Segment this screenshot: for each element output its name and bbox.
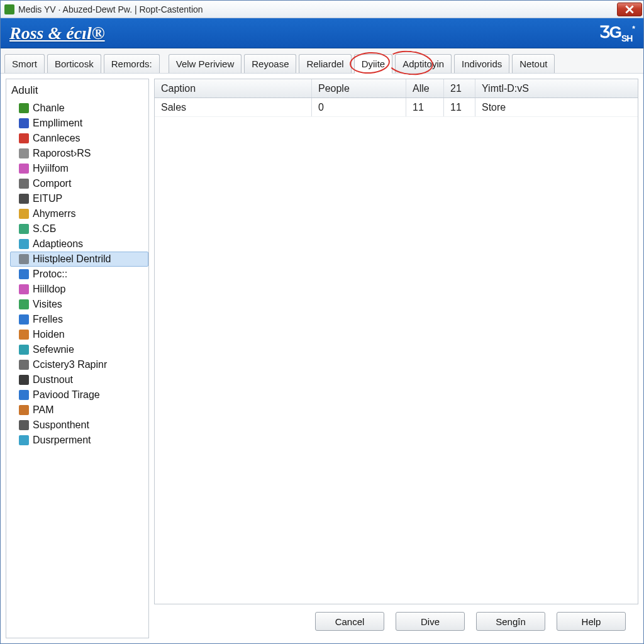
sidebar-item[interactable]: PAM (10, 402, 148, 418)
main-area: Caption People Alle 21 Yimtl-D:vS Sales0… (154, 79, 638, 638)
cancel-button[interactable]: Cancel (315, 612, 384, 631)
cell: Sales (155, 98, 312, 116)
sidebar-item-icon (19, 299, 29, 309)
cell: 11 (406, 98, 444, 116)
tab-strip: Smort Borticosk Remords: Velw Periview R… (1, 48, 643, 74)
sidebar-item-icon (19, 209, 29, 219)
sidebar-item[interactable]: Protoc:: (10, 267, 148, 282)
sidebar-item-label: Protoc:: (33, 269, 67, 280)
sidebar-item-icon (19, 360, 29, 370)
sidebar-item[interactable]: Adaptieons (10, 236, 148, 252)
data-grid: Caption People Alle 21 Yimtl-D:vS Sales0… (154, 79, 638, 604)
sidebar-item-label: Comport (33, 178, 71, 189)
col-yimtl[interactable]: Yimtl-D:vS (475, 79, 638, 97)
app-icon (4, 4, 14, 14)
brand-name: Ross & écıl® (9, 23, 105, 43)
sidebar-item[interactable]: Emplliment (10, 116, 148, 131)
sidebar-item-icon (19, 133, 29, 143)
tab-dyiite[interactable]: Dyiite (354, 54, 393, 74)
sidebar-item-label: S.CБ (33, 223, 56, 235)
titlebar: Medis YV · Abuzed-Dewt Pw. | Ropt-Casten… (1, 1, 643, 18)
sidebar-header: Adulit (10, 83, 148, 101)
sidebar-item[interactable]: Cannleces (10, 131, 148, 146)
sidebar-item-icon (19, 269, 29, 279)
help-button[interactable]: Help (557, 612, 626, 631)
sidebar-item[interactable]: Paviood Tirage (10, 387, 148, 402)
sidebar-item-icon (19, 390, 29, 400)
sidebar-item[interactable]: Dusrperment (10, 433, 148, 448)
footer: Cancel Dive Sengîn Help (154, 604, 638, 638)
tab-borticosk[interactable]: Borticosk (47, 54, 101, 73)
sidebar-item[interactable]: Dustnout (10, 372, 148, 387)
sidebar-item-label: Emplliment (33, 118, 82, 129)
sidebar-item[interactable]: Ccistery3 Rapinr (10, 357, 148, 372)
brand-logo-sub: SH (621, 33, 632, 43)
sidebar-item-icon (19, 435, 29, 445)
tab-indivorids[interactable]: Indivorids (454, 54, 509, 73)
cell: 11 (444, 98, 475, 116)
sidebar-item[interactable]: Chanle (10, 101, 148, 116)
sidebar-tree: ChanleEmpllimentCannlecesRaporost›RSHyii… (10, 101, 148, 448)
sidebar-item-icon (19, 224, 29, 234)
sidebar-item[interactable]: Frelles (10, 312, 148, 327)
tab-reliardel[interactable]: Reliardel (299, 54, 351, 73)
grid-body: Sales01111Store (155, 98, 638, 604)
sidebar-item[interactable]: Sefewnie (10, 342, 148, 357)
tab-velw-periview[interactable]: Velw Periview (169, 54, 242, 73)
sidebar-item[interactable]: Hyiilfom (10, 161, 148, 176)
sidebar-item-icon (19, 148, 29, 158)
dive-button[interactable]: Dive (396, 612, 465, 631)
cell: 0 (312, 98, 406, 116)
sidebar-item-label: PAM (33, 404, 53, 416)
sidebar-item-label: Chanle (33, 103, 65, 114)
sidebar: Adulit ChanleEmpllimentCannlecesRaporost… (6, 79, 149, 638)
sidebar-item-icon (19, 375, 29, 385)
sidebar-item[interactable]: Ahymerrs (10, 206, 148, 221)
col-21[interactable]: 21 (444, 79, 475, 97)
tab-remords[interactable]: Remords: (104, 54, 160, 73)
sidebar-item-label: Hoiden (33, 329, 65, 340)
tab-reyoase[interactable]: Reyoase (244, 54, 296, 73)
sidebar-item[interactable]: S.CБ (10, 221, 148, 236)
app-window: Medis YV · Abuzed-Dewt Pw. | Ropt-Casten… (0, 0, 644, 644)
sidebar-item-label: Ccistery3 Rapinr (33, 359, 107, 370)
sidebar-item[interactable]: Comport (10, 176, 148, 191)
sidebar-item-icon (19, 284, 29, 294)
tab-smort[interactable]: Smort (4, 54, 45, 73)
sidebar-item-label: Sefewnie (33, 344, 74, 355)
sidebar-item-icon (19, 420, 29, 430)
sidebar-item-label: Ahymerrs (33, 208, 75, 219)
sidebar-item[interactable]: Raporost›RS (10, 146, 148, 161)
sidebar-item-label: Hiistpleel Dentrild (33, 253, 111, 265)
sidebar-item-label: Susponthent (33, 419, 89, 431)
sidebar-item-icon (19, 330, 29, 340)
sidebar-item-icon (19, 254, 29, 264)
sidebar-item-icon (19, 179, 29, 189)
close-button[interactable] (617, 3, 642, 16)
sidebar-item-icon (19, 345, 29, 355)
brand-logo-main: ƷG (599, 23, 621, 42)
sengin-button[interactable]: Sengîn (476, 612, 545, 631)
sidebar-item[interactable]: EITUP (10, 191, 148, 206)
sidebar-item-label: Raporost›RS (33, 148, 91, 159)
sidebar-item-icon (19, 103, 29, 113)
tab-adptitoyin[interactable]: Adptitoyin (395, 54, 452, 73)
tab-netout[interactable]: Netout (512, 54, 555, 73)
col-caption[interactable]: Caption (155, 79, 312, 97)
sidebar-item[interactable]: Hiilldop (10, 282, 148, 297)
brand-logo-star: * (632, 25, 635, 33)
cell: Store (475, 98, 638, 116)
sidebar-item-label: Dusrperment (33, 435, 91, 446)
brand-logo: ƷGSH* (599, 23, 635, 43)
sidebar-item[interactable]: Visites (10, 297, 148, 312)
col-alle[interactable]: Alle (406, 79, 444, 97)
sidebar-item[interactable]: Susponthent (10, 418, 148, 433)
col-people[interactable]: People (312, 79, 406, 97)
sidebar-item[interactable]: Hoiden (10, 327, 148, 342)
sidebar-item[interactable]: Hiistpleel Dentrild (10, 252, 148, 267)
table-row[interactable]: Sales01111Store (155, 98, 638, 117)
body: Adulit ChanleEmpllimentCannlecesRaporost… (1, 74, 643, 643)
brand-bar: Ross & écıl® ƷGSH* (1, 18, 643, 48)
grid-header: Caption People Alle 21 Yimtl-D:vS (155, 79, 638, 98)
window-title: Medis YV · Abuzed-Dewt Pw. | Ropt-Casten… (18, 4, 617, 14)
